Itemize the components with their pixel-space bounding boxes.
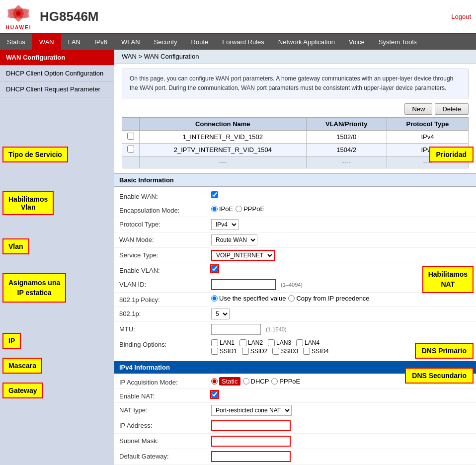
- bind-ssid3-cb[interactable]: [272, 348, 279, 355]
- encap-pppoe-radio[interactable]: [236, 206, 242, 212]
- ip-input[interactable]: 192.168.253.20: [211, 420, 291, 431]
- main-layout: WAN Configuration DHCP Client Option Con…: [0, 50, 476, 465]
- acq-pppoe-label[interactable]: PPPoE: [271, 378, 300, 385]
- bind-ssid2[interactable]: SSID2: [242, 348, 268, 355]
- policy-copy-label[interactable]: Copy from IP precedence: [288, 295, 369, 302]
- enable-vlan-checkbox[interactable]: [211, 265, 218, 272]
- vlan-id-input[interactable]: 1503: [211, 279, 276, 290]
- nav-forward-rules[interactable]: Forward Rules: [215, 34, 271, 50]
- logo-text: HUAWEI: [6, 25, 32, 30]
- gateway-value: 192.168.253.1: [211, 451, 471, 462]
- bind-lan1-cb[interactable]: [211, 339, 218, 346]
- row1-checkbox[interactable]: [127, 133, 134, 140]
- gateway-row: Default Gateway: 192.168.253.1: [114, 449, 476, 465]
- nav-security[interactable]: Security: [147, 34, 184, 50]
- bind-ssid3[interactable]: SSID3: [272, 348, 298, 355]
- policy-specified-label[interactable]: Use the specified value: [211, 295, 286, 302]
- bind-lan4[interactable]: LAN4: [296, 339, 319, 346]
- encap-ipoe-radio[interactable]: [211, 206, 218, 212]
- enable-wan-row: Enable WAN:: [114, 189, 476, 203]
- 8021p-value: 5: [211, 309, 471, 319]
- gateway-input[interactable]: 192.168.253.1: [211, 451, 291, 462]
- top-bar: HUAWEI HG8546M Logout: [0, 0, 476, 34]
- bind-lan2[interactable]: LAN2: [239, 339, 263, 346]
- nat-type-select[interactable]: Port-restricted cone NAT: [211, 405, 292, 416]
- mask-label: Subnet Mask:: [119, 436, 211, 445]
- acq-dhcp-label[interactable]: DHCP: [243, 378, 269, 385]
- bind-lan1[interactable]: LAN1: [211, 339, 235, 346]
- service-type-select[interactable]: VOIP_INTERNET: [211, 250, 275, 261]
- encap-pppoe-label[interactable]: PPPoE: [236, 205, 264, 213]
- nav-wlan[interactable]: WLAN: [114, 34, 147, 50]
- wan-mode-value: Route WAN: [211, 234, 471, 245]
- policy-copy-radio[interactable]: [288, 295, 295, 302]
- ip-label: IP Address:: [119, 420, 211, 429]
- enable-wan-checkbox[interactable]: [211, 191, 218, 198]
- bind-lan3[interactable]: LAN3: [268, 339, 291, 346]
- row2-check[interactable]: [122, 144, 140, 156]
- nav-bar: Status WAN LAN IPv6 WLAN Security Route …: [0, 34, 476, 50]
- encap-value: IPoE PPPoE: [211, 205, 471, 213]
- protocol-label: Protocol Type:: [119, 219, 211, 228]
- 8021p-select[interactable]: 5: [211, 309, 230, 319]
- policy-specified-radio[interactable]: [211, 295, 218, 302]
- bind-lan2-cb[interactable]: [239, 339, 246, 346]
- nat-type-label: NAT type:: [119, 405, 211, 414]
- acq-static-radio[interactable]: [211, 378, 218, 385]
- nat-type-value: Port-restricted cone NAT: [211, 405, 471, 416]
- protocol-select[interactable]: IPv4: [211, 219, 238, 230]
- new-button[interactable]: New: [404, 103, 432, 115]
- 8021p-label: 802.1p:: [119, 309, 211, 317]
- nav-system-tools[interactable]: System Tools: [372, 34, 424, 50]
- device-name: HG8546M: [40, 9, 99, 24]
- sidebar-wan-config[interactable]: WAN Configuration: [0, 50, 114, 66]
- acq-dhcp-radio[interactable]: [243, 378, 249, 385]
- table-row-dash: ---- ---- ----: [122, 156, 469, 168]
- sidebar-dhcp-option[interactable]: DHCP Client Option Configuration: [0, 66, 114, 81]
- enable-nat-checkbox[interactable]: [211, 391, 218, 398]
- acq-label: IP Acquisition Mode:: [119, 377, 211, 386]
- nav-route[interactable]: Route: [184, 34, 216, 50]
- mask-input[interactable]: 255.255.255.0: [211, 436, 291, 447]
- 8021p-row: 802.1p: 5: [114, 307, 476, 322]
- nav-status[interactable]: Status: [0, 34, 32, 50]
- mtu-label: MTU:: [119, 324, 211, 333]
- encap-ipoe-label[interactable]: IPoE: [211, 205, 233, 213]
- nav-ipv6[interactable]: IPv6: [87, 34, 114, 50]
- mtu-row: MTU: 1500 (1-1540): [114, 322, 476, 337]
- bind-ssid4-cb[interactable]: [303, 348, 310, 355]
- logout-button[interactable]: Logout: [451, 13, 471, 20]
- annotation-ip: IP: [2, 333, 21, 349]
- sidebar-dhcp-request[interactable]: DHCP Client Request Parameter: [0, 81, 114, 97]
- nav-wan[interactable]: WAN: [32, 34, 61, 50]
- info-text: On this page, you can configure WAN port…: [130, 75, 453, 91]
- row2-checkbox[interactable]: [127, 146, 134, 153]
- bind-ssid1[interactable]: SSID1: [211, 348, 237, 355]
- nav-network-app[interactable]: Network Application: [271, 34, 342, 50]
- bind-ssid4[interactable]: SSID4: [303, 348, 329, 355]
- breadcrumb-text: WAN > WAN Configuration: [122, 53, 199, 60]
- mtu-input[interactable]: 1500: [211, 324, 261, 335]
- row3-check: [122, 156, 140, 168]
- acq-pppoe-radio[interactable]: [271, 378, 278, 385]
- bind-ssid2-cb[interactable]: [242, 348, 249, 355]
- encap-ipoe-text: IPoE: [219, 205, 233, 213]
- annotation-mascara: Mascara: [2, 358, 42, 374]
- nav-voice[interactable]: Voice: [342, 34, 372, 50]
- row1-check[interactable]: [122, 131, 140, 144]
- delete-button[interactable]: Delete: [435, 103, 469, 115]
- annotation-dns-secundario: DNS Secundario: [405, 368, 474, 384]
- top-bar-left: HUAWEI HG8546M: [5, 2, 99, 30]
- bind-lan4-cb[interactable]: [296, 339, 303, 346]
- service-type-value: VOIP_INTERNET: [211, 250, 471, 261]
- acq-static-label[interactable]: Static: [211, 377, 240, 386]
- bind-ssid1-cb[interactable]: [211, 348, 218, 355]
- logo-area: HUAWEI: [5, 2, 32, 30]
- annotation-dns-primario: DNS Primario: [415, 343, 474, 359]
- wan-mode-select[interactable]: Route WAN: [211, 234, 257, 245]
- breadcrumb: WAN > WAN Configuration: [114, 50, 476, 64]
- bind-lan3-cb[interactable]: [268, 339, 275, 346]
- table-row: 2_IPTV_INTERNET_R_VID_1504 1504/2 IPv4: [122, 144, 469, 156]
- nav-lan[interactable]: LAN: [61, 34, 87, 50]
- row1-name: 1_INTERNET_R_VID_1502: [140, 131, 307, 144]
